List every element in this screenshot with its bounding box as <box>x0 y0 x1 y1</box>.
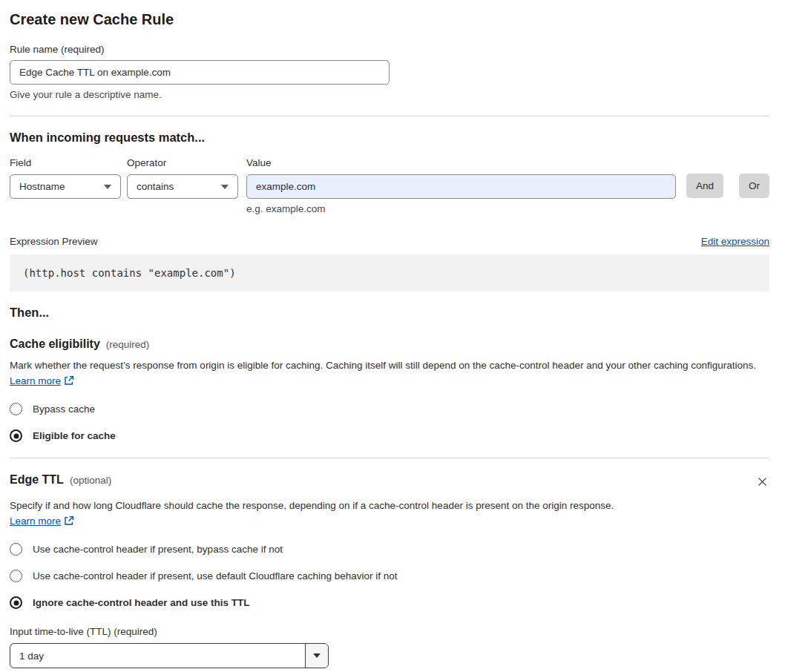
radio-icon[interactable] <box>10 403 22 415</box>
ttl-select-value: 1 day <box>10 644 305 668</box>
value-helper: e.g. example.com <box>246 203 676 214</box>
learn-more-link[interactable]: Learn more <box>10 515 61 527</box>
field-column: Field Hostname <box>10 157 121 199</box>
required-tag: (required) <box>106 339 150 350</box>
radio-icon[interactable] <box>10 570 22 582</box>
radio-label: Ignore cache-control header and use this… <box>33 597 250 608</box>
ttl-label: Input time-to-live (TTL) (required) <box>10 626 769 637</box>
radio-option-eligible-for-cache[interactable]: Eligible for cache <box>10 429 769 442</box>
learn-more-link[interactable]: Learn more <box>10 375 61 386</box>
radio-icon[interactable] <box>10 429 22 442</box>
edge-ttl-section: Edge TTL (optional) Specify if and how l… <box>10 473 769 668</box>
expression-preview-label: Expression Preview <box>10 236 98 247</box>
chevron-down-icon <box>221 185 229 189</box>
optional-tag: (optional) <box>70 475 111 486</box>
rule-name-input[interactable] <box>10 60 390 85</box>
radio-option-ignore-header-use-ttl[interactable]: Ignore cache-control header and use this… <box>10 596 769 609</box>
field-select-value: Hostname <box>19 181 65 192</box>
operator-select-value: contains <box>137 181 174 192</box>
or-button[interactable]: Or <box>739 174 769 198</box>
match-heading: When incoming requests match... <box>10 131 769 145</box>
then-heading: Then... <box>10 306 769 320</box>
section-divider <box>10 116 769 116</box>
radio-label: Use cache-control header if present, byp… <box>33 544 283 555</box>
ttl-input-group: Input time-to-live (TTL) (required) 1 da… <box>10 626 769 668</box>
close-edge-ttl-button[interactable] <box>755 475 769 491</box>
operator-select[interactable]: contains <box>127 174 238 199</box>
value-input[interactable] <box>246 174 676 199</box>
radio-label: Eligible for cache <box>33 430 116 441</box>
edge-ttl-description-text: Specify if and how long Cloudflare shoul… <box>10 500 614 511</box>
page-title: Create new Cache Rule <box>10 11 769 28</box>
ttl-select-arrow-button[interactable] <box>305 644 328 668</box>
rule-name-group: Rule name (required) Give your rule a de… <box>10 44 769 100</box>
edge-ttl-description: Specify if and how long Cloudflare shoul… <box>10 498 627 529</box>
rule-name-helper: Give your rule a descriptive name. <box>10 89 769 100</box>
and-button[interactable]: And <box>686 174 723 198</box>
edge-ttl-heading: Edge TTL <box>10 473 64 487</box>
field-select[interactable]: Hostname <box>10 174 121 199</box>
close-icon <box>757 476 768 487</box>
field-label: Field <box>10 157 121 168</box>
section-divider <box>10 458 769 458</box>
edge-ttl-heading-row: Edge TTL (optional) <box>10 473 111 487</box>
radio-label: Bypass cache <box>33 403 95 415</box>
radio-label: Use cache-control header if present, use… <box>33 570 398 582</box>
ttl-select[interactable]: 1 day <box>10 643 329 668</box>
external-link-icon <box>64 515 74 526</box>
cache-eligibility-heading: Cache eligibility <box>10 337 100 351</box>
value-label: Value <box>246 157 676 168</box>
chevron-down-icon <box>313 653 321 658</box>
operator-column: Operator contains <box>127 157 238 199</box>
radio-option-use-header-default[interactable]: Use cache-control header if present, use… <box>10 570 769 582</box>
match-row: Field Hostname Operator contains Value e… <box>10 157 769 214</box>
rule-name-label: Rule name (required) <box>10 44 769 55</box>
create-cache-rule-form: Create new Cache Rule Rule name (require… <box>0 0 785 668</box>
value-column: Value e.g. example.com <box>246 157 676 214</box>
expression-preview-row: Expression Preview Edit expression <box>10 236 769 247</box>
radio-option-bypass-cache[interactable]: Bypass cache <box>10 403 769 415</box>
radio-icon[interactable] <box>10 596 22 609</box>
cache-eligibility-description: Mark whether the request’s response from… <box>10 358 761 389</box>
expression-code-block: (http.host contains "example.com") <box>10 254 769 291</box>
cache-eligibility-heading-row: Cache eligibility (required) <box>10 337 769 351</box>
radio-option-use-header-bypass[interactable]: Use cache-control header if present, byp… <box>10 543 769 556</box>
radio-icon[interactable] <box>10 543 22 556</box>
edit-expression-link[interactable]: Edit expression <box>701 236 769 247</box>
chevron-down-icon <box>104 185 111 189</box>
cache-eligibility-description-text: Mark whether the request’s response from… <box>10 360 756 371</box>
cache-eligibility-section: Cache eligibility (required) Mark whethe… <box>10 337 769 442</box>
external-link-icon <box>64 375 74 386</box>
edge-ttl-header-row: Edge TTL (optional) <box>10 473 769 491</box>
operator-label: Operator <box>127 157 238 168</box>
